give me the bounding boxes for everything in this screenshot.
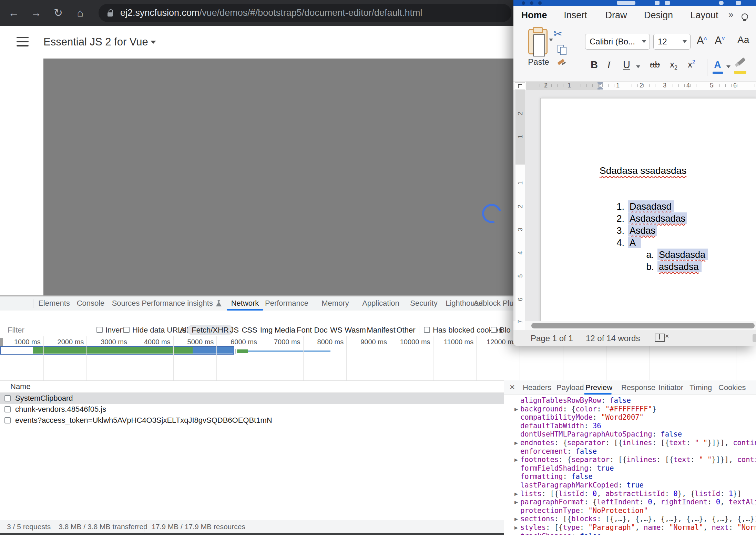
filter-input[interactable]: Filter [8, 326, 24, 335]
json-line[interactable]: ▶styles: [{type: "Paragraph", name: "Nor… [504, 523, 756, 532]
has-blocked-cookies-checkbox[interactable] [424, 327, 430, 333]
horizontal-ruler[interactable]: 21123456 [513, 81, 756, 90]
details-tab-timing[interactable]: Timing [689, 380, 712, 395]
details-tab-payload[interactable]: Payload [556, 380, 584, 395]
devtools-tab-console[interactable]: Console [77, 296, 105, 310]
details-tab-initiator[interactable]: Initiator [658, 380, 683, 395]
devtools-tab-performance-insights[interactable]: Performance insights [142, 296, 222, 310]
title-dropdown-caret-icon[interactable] [151, 41, 156, 44]
blocked-requests-label[interactable]: Blo [500, 326, 511, 335]
blocked-requests-checkbox[interactable] [491, 327, 497, 333]
proofing-errors-icon[interactable] [655, 334, 665, 342]
json-line[interactable]: ▶sections: [{blocks: [{,…}, {,…}, {,…}, … [504, 515, 756, 523]
expand-triangle-icon[interactable]: ▶ [514, 500, 518, 505]
requests-table-header[interactable]: Name [0, 380, 504, 393]
titlebar-icon[interactable] [719, 1, 724, 5]
underline-button[interactable]: U [623, 59, 630, 71]
more-tabs-chevron-icon[interactable]: » [728, 9, 733, 20]
expand-triangle-icon[interactable]: ▶ [514, 440, 518, 445]
font-color-button[interactable]: A [714, 59, 721, 71]
json-line[interactable]: formatting: false [504, 472, 756, 481]
grow-font-button[interactable]: A˄ [697, 34, 707, 47]
superscript-button[interactable]: x2 [688, 59, 695, 70]
list-item-text[interactable]: asdsadsa [659, 262, 699, 272]
list-item-text[interactable]: A [630, 238, 636, 248]
url-text[interactable]: ej2.syncfusion.com/vue/demos/#/bootstrap… [120, 0, 422, 26]
tab-selector[interactable] [515, 82, 525, 90]
close-details-icon[interactable]: × [510, 382, 515, 392]
json-line[interactable]: enforcement: false [504, 447, 756, 455]
request-checkbox[interactable] [4, 417, 11, 423]
details-tab-response[interactable]: Response [621, 380, 655, 395]
request-checkbox[interactable] [4, 395, 11, 401]
subscript-button[interactable]: x2 [670, 59, 677, 71]
reload-icon[interactable]: ↻ [51, 0, 66, 26]
tell-me-lightbulb-icon[interactable] [742, 13, 748, 20]
request-checkbox[interactable] [4, 406, 11, 412]
word-count[interactable]: 12 of 14 words [586, 334, 640, 343]
hamburger-menu-icon[interactable] [17, 37, 29, 47]
home-icon[interactable]: ⌂ [73, 0, 88, 26]
forward-icon[interactable]: → [29, 0, 44, 26]
devtools-tab-network[interactable]: Network [231, 296, 259, 310]
details-tab-cookies[interactable]: Cookies [718, 380, 746, 395]
minimize-window-icon[interactable] [530, 1, 533, 5]
json-line[interactable]: ▶paragraphFormat: {leftIndent: 0, rightI… [504, 498, 756, 506]
focus-mode-icon[interactable] [753, 334, 756, 342]
word-tab-home[interactable]: Home [521, 7, 547, 23]
expand-triangle-icon[interactable]: ▶ [514, 491, 518, 496]
devtools-tab-adblock-plus[interactable]: Adblock Plus [473, 296, 517, 310]
word-tab-insert[interactable]: Insert [564, 7, 587, 23]
word-tab-layout[interactable]: Layout [690, 7, 718, 23]
hide-data-urls-checkbox[interactable] [123, 327, 130, 333]
devtools-tab-memory[interactable]: Memory [321, 296, 349, 310]
document-title-text[interactable]: Sdadasa ssadasdas [600, 165, 686, 176]
list-item-text[interactable]: Dasadasd [630, 201, 672, 212]
zoom-window-icon[interactable] [538, 1, 542, 5]
json-line[interactable]: alignTablesRowByRow: false [504, 396, 756, 405]
cut-icon[interactable]: ✂ [553, 28, 562, 40]
json-line[interactable]: dontUseHTMLParagraphAutoSpacing: false [504, 430, 756, 438]
paste-dropdown-caret-icon[interactable] [549, 39, 553, 41]
expand-triangle-icon[interactable]: ▶ [514, 407, 518, 412]
titlebar-icon[interactable] [665, 1, 670, 5]
table-row[interactable]: events?access_token=Uklwh5AVpHC4O3SjxELT… [0, 415, 504, 426]
italic-button[interactable]: I [607, 59, 611, 71]
devtools-tab-application[interactable]: Application [362, 296, 399, 310]
invert-checkbox[interactable] [96, 327, 103, 333]
font-name-select[interactable]: Calibri (Bo... [585, 34, 650, 50]
shrink-font-button[interactable]: A˅ [715, 34, 725, 47]
expand-triangle-icon[interactable]: ▶ [514, 525, 518, 530]
table-row[interactable]: SystemClipboard [0, 393, 504, 404]
devtools-tab-sources[interactable]: Sources [112, 296, 140, 310]
list-item-text[interactable]: Asdas [630, 225, 655, 236]
expand-triangle-icon[interactable]: ▶ [514, 516, 518, 522]
font-color-caret-icon[interactable] [726, 65, 731, 68]
table-row[interactable]: chunk-vendors.48546f05.js [0, 404, 504, 415]
json-line[interactable]: lastParagraphMarkCopied: true [504, 481, 756, 489]
titlebar-icon[interactable] [736, 1, 741, 5]
expand-triangle-icon[interactable]: ▶ [514, 457, 518, 462]
preview-json-tree[interactable]: alignTablesRowByRow: false▶background: {… [504, 396, 756, 535]
json-line[interactable]: formFieldShading: true [504, 464, 756, 472]
font-size-select[interactable]: 12 [653, 34, 691, 50]
details-tab-preview[interactable]: Preview [585, 380, 612, 395]
bold-button[interactable]: B [591, 59, 598, 71]
json-line[interactable]: ▶footnotes: {separator: [{inlines: [{tex… [504, 455, 756, 464]
devtools-tab-performance[interactable]: Performance [265, 296, 308, 310]
underline-caret-icon[interactable] [636, 65, 640, 68]
invert-label[interactable]: Invert [105, 326, 124, 335]
vertical-ruler[interactable]: 211234567 [515, 90, 525, 330]
list-item-text[interactable]: Asdasdsadas [630, 213, 685, 224]
change-case-button[interactable]: Aa [737, 34, 749, 45]
strikethrough-button[interactable]: ab [650, 59, 660, 70]
close-window-icon[interactable] [522, 1, 525, 5]
json-line[interactable]: ▶lists: [{listId: 0, abstractListId: 0},… [504, 490, 756, 498]
paste-label[interactable]: Paste [523, 57, 554, 67]
horizontal-scrollbar[interactable] [531, 323, 755, 328]
json-line[interactable]: defaultTabWidth: 36 [504, 422, 756, 430]
filter-chip-other[interactable]: Other [392, 325, 420, 335]
json-line[interactable]: ▶endnotes: {separator: [{inlines: [{text… [504, 439, 756, 447]
json-line[interactable]: compatibilityMode: "Word2007" [504, 413, 756, 421]
titlebar-icon[interactable] [655, 1, 660, 5]
